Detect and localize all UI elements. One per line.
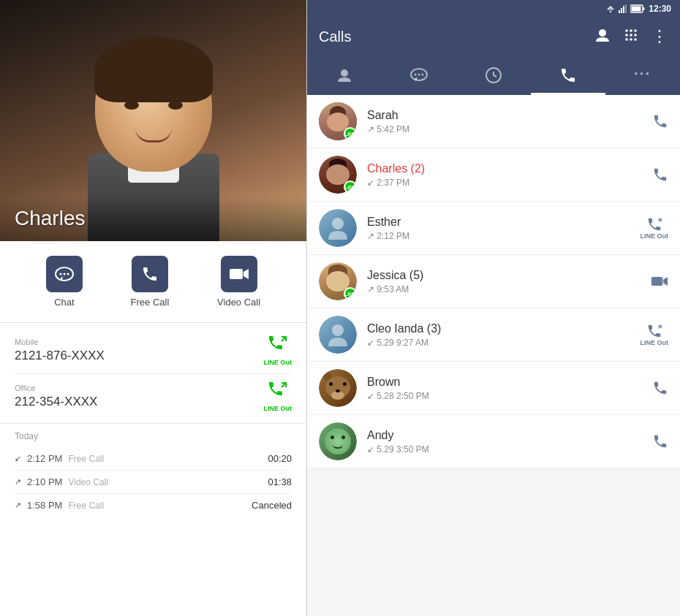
svg-point-38 [341, 69, 348, 77]
esther-silhouette [327, 216, 349, 240]
svg-point-11 [59, 273, 61, 275]
avatar-andy [319, 422, 357, 460]
dialpad-icon[interactable] [624, 28, 638, 46]
tab-contacts[interactable] [307, 56, 382, 95]
history-entry-3-left: ↗ 1:58 PM Free Call [15, 500, 104, 511]
history-entry-3-type: Free Call [68, 501, 104, 511]
svg-point-41 [418, 74, 420, 76]
tab-history[interactable] [456, 56, 531, 95]
office-line-out-icon [267, 380, 289, 405]
chat-button[interactable]: Chat [46, 256, 83, 308]
esther-name: Esther [367, 216, 630, 229]
svg-point-29 [625, 29, 628, 32]
office-line-out-button[interactable]: LINE Out [264, 380, 292, 412]
svg-point-33 [630, 34, 632, 37]
history-entry-2-duration: 01:38 [268, 476, 292, 487]
brown-name: Brown [367, 376, 642, 389]
tab-chat[interactable] [382, 56, 456, 95]
svg-point-35 [625, 38, 628, 41]
call-item-sarah[interactable]: LINE Sarah ↗ 5:42 PM [307, 95, 680, 148]
svg-point-42 [422, 74, 424, 76]
andy-call-action[interactable] [652, 433, 668, 449]
tab-contacts-icon [336, 66, 353, 84]
history-entry-2-type: Video Call [68, 477, 107, 487]
free-call-button[interactable]: Free Call [131, 256, 170, 308]
avatar-charles: LINE [319, 156, 357, 194]
svg-rect-23 [623, 6, 624, 13]
sarah-name: Sarah [367, 109, 642, 122]
history-entry-2-time: 2:10 PM [27, 476, 62, 487]
tab-chat-icon [409, 67, 428, 83]
avatar-brown [319, 369, 357, 407]
right-battery-icon [630, 4, 645, 13]
mobile-label: Mobile [15, 338, 105, 346]
call-item-esther[interactable]: Esther ↗ 2:12 PM LINE Out [307, 202, 680, 255]
call-item-cleo[interactable]: Cleo Ianda (3) ↙ 5.29 9:27 AM LINE Out [307, 308, 680, 362]
brown-call-action[interactable] [652, 380, 668, 396]
esther-meta: ↗ 2:12 PM [367, 231, 630, 241]
history-entry-1-type: Free Call [68, 454, 104, 464]
tab-history-icon [485, 66, 502, 84]
contacts-header-icon[interactable] [594, 27, 611, 47]
charles-name: Charles (2) [367, 162, 642, 175]
svg-point-30 [630, 29, 632, 32]
svg-marker-15 [243, 269, 249, 279]
office-entry: Office 212-354-XXXX LINE Out [15, 380, 292, 412]
contact-name: Charles [15, 207, 85, 230]
tab-more[interactable]: ●●● [605, 56, 680, 95]
avatar-cleo [319, 316, 357, 354]
svg-rect-14 [230, 269, 243, 279]
call-item-charles[interactable]: LINE Charles (2) ↙ 2:37 PM [307, 148, 680, 202]
history-entry-2-left: ↗ 2:10 PM Video Call [15, 476, 108, 487]
svg-rect-26 [643, 7, 645, 10]
sarah-call-action[interactable] [652, 113, 668, 129]
jessica-line-badge: LINE [344, 287, 357, 300]
svg-point-50 [332, 324, 344, 336]
cleo-silhouette [327, 323, 349, 346]
svg-point-46 [332, 218, 344, 229]
history-entry-2-arrow: ↗ [15, 477, 21, 487]
jessica-call-info: Jessica (5) ↗ 9:53 AM [367, 269, 641, 294]
sarah-line-badge: LINE [344, 127, 357, 140]
charles-call-info: Charles (2) ↙ 2:37 PM [367, 162, 642, 188]
history-entry-1: ↙ 2:12 PM Free Call 00:20 [15, 447, 292, 471]
video-call-label: Video Call [217, 297, 260, 308]
history-entry-3-arrow: ↗ [15, 501, 21, 510]
cleo-meta: ↙ 5.29 9:27 AM [367, 338, 630, 348]
right-time: 12:30 [649, 4, 671, 14]
call-item-brown[interactable]: Brown ↙ 5.28 2:50 PM [307, 362, 680, 415]
esther-call-action[interactable]: LINE Out [641, 216, 669, 240]
cleo-call-action[interactable]: LINE Out [641, 323, 669, 346]
tab-calls[interactable] [531, 56, 605, 95]
call-item-jessica[interactable]: LINE Jessica (5) ↗ 9:53 AM [307, 255, 680, 308]
mobile-line-out-button[interactable]: LINE Out [264, 334, 292, 366]
jessica-call-action[interactable] [651, 275, 668, 288]
svg-point-40 [415, 74, 417, 76]
history-entry-3-duration: Canceled [252, 500, 292, 511]
history-entry-3-time: 1:58 PM [27, 500, 62, 511]
sarah-call-info: Sarah ↗ 5:42 PM [367, 109, 642, 134]
svg-point-28 [599, 29, 606, 37]
video-call-button[interactable]: Video Call [217, 256, 260, 308]
charles-line-badge: LINE [344, 180, 357, 194]
cleo-name: Cleo Ianda (3) [367, 322, 630, 335]
app-header: Calls [307, 18, 680, 56]
esther-call-info: Esther ↗ 2:12 PM [367, 216, 630, 241]
mobile-line-out-icon [267, 334, 289, 359]
esther-line-out-icon [646, 216, 662, 232]
andy-phone-icon [652, 433, 668, 449]
more-options-icon[interactable]: ⋮ [651, 27, 668, 46]
right-panel: 12:30 Calls [307, 0, 680, 616]
charles-call-action[interactable] [652, 167, 668, 183]
sarah-phone-icon [652, 113, 668, 129]
svg-rect-22 [621, 8, 622, 13]
svg-point-31 [634, 29, 637, 32]
right-status-icons [605, 4, 645, 13]
right-signal-icon [619, 4, 627, 13]
svg-point-37 [634, 38, 637, 41]
cleo-line-out-icon [646, 323, 662, 339]
svg-marker-49 [663, 277, 668, 286]
jessica-video-icon [651, 275, 668, 288]
call-item-andy[interactable]: Andy ↙ 5.29 3:50 PM [307, 415, 680, 468]
history-entry-1-left: ↙ 2:12 PM Free Call [15, 453, 104, 464]
